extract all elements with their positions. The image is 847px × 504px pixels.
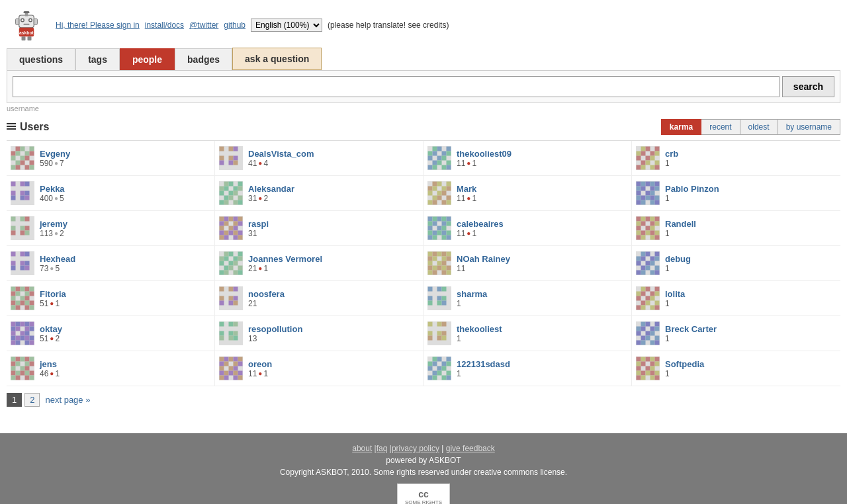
svg-rect-417 <box>16 362 21 366</box>
svg-rect-249 <box>238 271 243 275</box>
privacy-link[interactable]: |privacy policy <box>390 444 439 453</box>
svg-rect-9 <box>34 19 37 24</box>
faq-link[interactable]: |faq <box>375 444 388 453</box>
nav-tab-badges[interactable]: badges <box>175 48 232 70</box>
user-name-link[interactable]: Joannes Vermorel <box>248 254 322 264</box>
footer: about |faq |privacy policy | give feedba… <box>0 433 847 504</box>
user-karma: 113●2 <box>40 229 67 238</box>
user-name-link[interactable]: jens <box>40 359 60 369</box>
user-name-link[interactable]: resopollution <box>248 324 302 334</box>
search-hint: username <box>7 105 840 112</box>
svg-rect-383 <box>428 322 433 327</box>
search-button[interactable]: search <box>782 76 834 97</box>
svg-rect-482 <box>637 366 641 371</box>
about-link[interactable]: about <box>352 444 372 453</box>
karma-value: 11 <box>248 369 257 378</box>
karma-value: 31 <box>248 229 257 238</box>
user-name-link[interactable]: Evgeny <box>40 149 70 159</box>
user-cell: Pekka400●5 <box>7 176 215 211</box>
user-avatar <box>219 216 243 240</box>
user-name-link[interactable]: DealsVista_com <box>248 149 314 159</box>
feedback-link[interactable]: give feedback <box>446 444 495 453</box>
svg-rect-421 <box>21 366 25 371</box>
user-name-link[interactable]: Aleksandar <box>248 184 294 194</box>
sort-tab-recent[interactable]: recent <box>701 119 740 135</box>
user-name-link[interactable]: noosfera <box>248 289 285 299</box>
user-name-link[interactable]: thekooliest09 <box>457 149 512 159</box>
user-name-link[interactable]: Mark <box>457 184 476 194</box>
user-name-link[interactable]: raspi <box>248 219 269 229</box>
svg-rect-166 <box>220 226 224 231</box>
page-2[interactable]: 2 <box>24 393 40 407</box>
svg-rect-295 <box>30 287 34 292</box>
svg-rect-331 <box>442 301 447 306</box>
user-avatar <box>219 251 243 275</box>
user-name-link[interactable]: Randell <box>665 219 696 229</box>
svg-rect-335 <box>655 287 660 292</box>
user-name-link[interactable]: thekooliest <box>457 324 502 334</box>
svg-rect-460 <box>442 362 447 366</box>
user-name-link[interactable]: oreon <box>248 359 272 369</box>
user-name-link[interactable]: calebeaires <box>457 219 504 229</box>
svg-rect-117 <box>433 196 437 200</box>
nav-tab-questions[interactable]: questions <box>7 48 75 70</box>
user-name-link[interactable]: NOah Rainey <box>457 254 510 264</box>
github-link[interactable]: github <box>224 21 245 30</box>
svg-rect-455 <box>433 357 437 362</box>
user-name-link[interactable]: lolita <box>665 289 685 299</box>
sort-tab-karma[interactable]: karma <box>661 119 701 135</box>
svg-rect-98 <box>234 191 238 196</box>
user-name-link[interactable]: sharma <box>457 289 487 299</box>
svg-rect-248 <box>234 271 238 275</box>
sort-tab-oldest[interactable]: oldest <box>740 119 778 135</box>
svg-rect-262 <box>442 261 447 266</box>
svg-rect-461 <box>447 362 451 366</box>
user-name-link[interactable]: jeremy <box>40 219 67 229</box>
install-docs-link[interactable]: install/docs <box>145 21 184 30</box>
user-name-link[interactable]: Softpedia <box>665 359 704 369</box>
nav-tab-people[interactable]: people <box>120 48 175 70</box>
page-1[interactable]: 1 <box>7 393 22 407</box>
user-name-link[interactable]: debug <box>665 254 691 264</box>
nav-tab-tags[interactable]: tags <box>75 48 120 70</box>
user-name-link[interactable]: Pablo Pinzon <box>665 184 719 194</box>
user-name-link[interactable]: Breck Carter <box>665 324 717 334</box>
next-page-link[interactable]: next page » <box>45 395 90 405</box>
svg-rect-298 <box>25 292 30 296</box>
user-karma: 1 <box>665 334 717 343</box>
user-name-link[interactable]: 122131sdasd <box>457 359 510 369</box>
user-karma: 11●1 <box>457 159 512 168</box>
svg-rect-187 <box>447 222 451 226</box>
svg-rect-225 <box>25 252 30 257</box>
user-avatar <box>427 216 451 240</box>
svg-rect-8 <box>16 19 19 24</box>
user-avatar <box>11 146 34 170</box>
sort-tab-username[interactable]: by username <box>778 119 840 135</box>
user-info: Breck Carter1 <box>665 324 717 343</box>
user-name-link[interactable]: crb <box>665 149 678 159</box>
svg-rect-92 <box>220 187 224 191</box>
svg-rect-68 <box>637 156 641 161</box>
user-karma: 1 <box>665 369 704 378</box>
user-avatar <box>11 357 34 380</box>
user-avatar <box>219 321 243 345</box>
language-select[interactable]: English (100%) <box>251 19 322 32</box>
sign-in-link[interactable]: Hi, there! Please sign in <box>56 21 140 30</box>
user-name-link[interactable]: oktay <box>40 324 62 334</box>
user-name-link[interactable]: Fitoria <box>40 289 66 299</box>
user-name-link[interactable]: Hexhead <box>40 254 75 264</box>
svg-rect-420 <box>11 366 16 371</box>
svg-rect-152 <box>25 226 30 231</box>
nav-tab-ask[interactable]: ask a question <box>232 48 322 70</box>
svg-rect-408 <box>650 341 655 345</box>
user-name-link[interactable]: Pekka <box>40 184 65 194</box>
svg-rect-386 <box>428 331 433 336</box>
twitter-link[interactable]: @twitter <box>189 21 218 30</box>
badge-count: 7 <box>60 159 64 168</box>
search-input[interactable] <box>13 76 780 97</box>
user-karma: 1 <box>457 334 502 343</box>
svg-rect-29 <box>16 165 21 170</box>
svg-rect-398 <box>650 327 655 331</box>
svg-rect-319 <box>220 301 224 306</box>
svg-rect-336 <box>637 292 641 296</box>
